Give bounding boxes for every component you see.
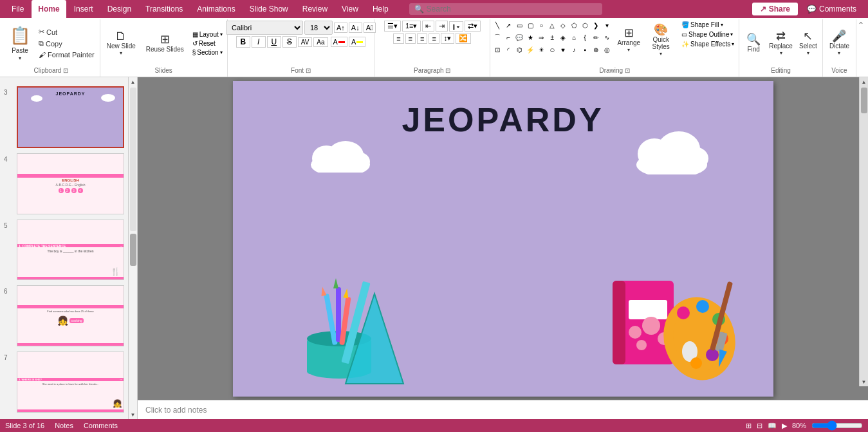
pentagon-shape[interactable]: ⬠ [569, 21, 578, 30]
slides-panel-scrollbar[interactable]: ▲ ▼ [129, 77, 138, 419]
custom-shape[interactable]: ✏ [591, 33, 600, 42]
star-shape[interactable]: ★ [526, 33, 535, 42]
block-arrow[interactable]: ⇒ [537, 33, 546, 42]
font-color-button[interactable]: A [331, 37, 347, 47]
dictate-button[interactable]: 🎤 Dictate ▾ [826, 29, 853, 57]
bold-button[interactable]: B [236, 36, 250, 48]
font-family-select[interactable]: Calibri [226, 21, 303, 35]
slide-notes[interactable]: Click to add notes [138, 400, 868, 419]
justify-button[interactable]: ≡ [429, 33, 439, 44]
view-slideshow-icon[interactable]: ▶ [782, 422, 787, 430]
tab-review[interactable]: Review [296, 0, 334, 18]
lightning-shape[interactable]: ⚡ [526, 45, 535, 54]
drawing-expand-icon[interactable]: ⊡ [625, 67, 630, 74]
tab-file[interactable]: File [5, 0, 30, 18]
tab-home[interactable]: Home [32, 0, 66, 18]
text-case-button[interactable]: Aa [313, 37, 328, 47]
canvas-scroll-thumb[interactable] [861, 88, 867, 113]
tab-insert[interactable]: Insert [68, 0, 100, 18]
cut-button[interactable]: ✂ Cut [36, 26, 97, 37]
align-center-button[interactable]: ≡ [405, 33, 416, 44]
comments-button[interactable]: 💬 Comments [800, 3, 863, 15]
font-size-select[interactable]: 18 [304, 21, 333, 35]
replace-button[interactable]: ⇄ Replace ▾ [766, 29, 795, 57]
freeform-shape[interactable]: ∿ [602, 33, 611, 42]
canvas-scroll-up[interactable]: ▲ [860, 77, 869, 86]
tab-view[interactable]: View [335, 0, 365, 18]
arrow-shape[interactable]: ↗ [504, 21, 513, 30]
reset-button[interactable]: ↺ Reset [190, 39, 225, 48]
new-slide-button[interactable]: 🗋 New Slide ▾ [103, 29, 140, 57]
paragraph-expand-icon[interactable]: ⊡ [445, 67, 450, 74]
rect-shape[interactable]: ▭ [515, 21, 524, 30]
tab-animations[interactable]: Animations [190, 0, 241, 18]
clipboard-expand-icon[interactable]: ⊡ [63, 67, 68, 74]
elbow-connector[interactable]: ⌐ [504, 33, 513, 42]
slide-canvas-area[interactable]: JEOPARDY [138, 77, 868, 400]
layout-button[interactable]: ▦ Layout ▾ [190, 30, 225, 39]
oval-shape[interactable]: ○ [537, 21, 546, 30]
strikethrough-button[interactable]: S [282, 36, 297, 48]
tab-transitions[interactable]: Transitions [139, 0, 189, 18]
increase-indent-button[interactable]: ⇥ [436, 21, 448, 32]
rounded-rect-shape[interactable]: ▢ [526, 21, 535, 30]
shape-outline-button[interactable]: ▭ Shape Outline ▾ [679, 30, 736, 39]
underline-button[interactable]: U [267, 36, 281, 48]
font-expand-icon[interactable]: ⊡ [306, 67, 311, 74]
decrease-font-size-button[interactable]: A↓ [349, 23, 362, 33]
view-slide-sorter-icon[interactable]: ⊟ [757, 422, 762, 430]
more-shapes[interactable]: ▾ [602, 21, 611, 30]
paste-button[interactable]: 📋 Paste ▾ [5, 21, 35, 66]
collapse-ribbon-button[interactable]: ⌃ [858, 21, 864, 30]
sun-shape[interactable]: ☀ [537, 45, 546, 54]
copy-button[interactable]: ⧉ Copy [36, 38, 97, 49]
slide-thumb-6[interactable]: 6 Find someone who has done 25 of these … [3, 284, 125, 348]
line-shape[interactable]: ╲ [493, 21, 502, 30]
format-painter-button[interactable]: 🖌 Format Painter [36, 50, 97, 60]
cylinder-shape[interactable]: ⊕ [591, 45, 600, 54]
decrease-indent-button[interactable]: ⇤ [422, 21, 434, 32]
italic-button[interactable]: I [252, 36, 266, 48]
arrange-button[interactable]: ⊞ Arrange ▾ [615, 21, 642, 59]
music-shape[interactable]: ♪ [569, 45, 578, 54]
tab-slideshow[interactable]: Slide Show [243, 0, 295, 18]
shape-effects-button[interactable]: ✨ Shape Effects ▾ [679, 40, 736, 48]
quick-styles-button[interactable]: 🎨 Quick Styles ▾ [645, 21, 677, 59]
search-input[interactable] [427, 5, 594, 14]
align-left-button[interactable]: ≡ [393, 33, 403, 44]
view-reading-icon[interactable]: 📖 [768, 422, 777, 430]
triangle-shape[interactable]: △ [548, 21, 557, 30]
convert-smartart-button[interactable]: 🔀 [456, 33, 471, 44]
share-button[interactable]: ↗ Share [752, 3, 798, 15]
clear-format-button[interactable]: A⃝ [364, 23, 376, 33]
columns-button[interactable]: ⫿▾ [449, 21, 463, 32]
highlight-button[interactable]: A [349, 37, 365, 47]
character-spacing-button[interactable]: AV [298, 37, 313, 47]
bullets-button[interactable]: ☰▾ [384, 21, 401, 32]
scroll-down-button[interactable]: ▼ [129, 410, 138, 419]
increase-font-size-button[interactable]: A↑ [334, 23, 347, 33]
slide-thumb-5[interactable]: 5 1. COMPLETE THE SENTENCE → The boy is … [3, 218, 125, 282]
select-button[interactable]: ↖ Select ▾ [797, 29, 820, 57]
curve-connector[interactable]: ⌒ [493, 33, 502, 42]
scroll-thumb[interactable] [130, 234, 136, 266]
canvas-vertical-scroll[interactable]: ▲ ▼ [859, 77, 868, 386]
reuse-slides-button[interactable]: ⊞ Reuse Slides [142, 32, 188, 54]
text-box-shape[interactable]: ⊡ [493, 45, 502, 54]
zoom-slider[interactable] [811, 420, 863, 431]
heart-shape[interactable]: ♥ [559, 45, 568, 54]
slide-thumb-7[interactable]: 7 2. WHERE IS SHE? → She went to a place… [3, 350, 125, 414]
search-box[interactable]: 🔍 [409, 3, 602, 15]
canvas-scroll-down[interactable]: ▼ [860, 377, 869, 386]
flowchart-shape[interactable]: ◈ [559, 33, 568, 42]
chevron-shape[interactable]: ❯ [591, 21, 600, 30]
align-right-button[interactable]: ≡ [417, 33, 427, 44]
tab-design[interactable]: Design [101, 0, 138, 18]
slide-thumb-3[interactable]: 3 JEOPARDY [3, 85, 125, 149]
shape-fill-button[interactable]: 🪣 Shape Fill ▾ [679, 21, 736, 29]
numbering-button[interactable]: 1≡▾ [402, 21, 421, 32]
callout-shape[interactable]: 💬 [515, 33, 524, 42]
scroll-up-button[interactable]: ▲ [129, 77, 138, 86]
double-brace[interactable]: ⌬ [515, 45, 524, 54]
banner-shape[interactable]: ⌂ [569, 33, 578, 42]
